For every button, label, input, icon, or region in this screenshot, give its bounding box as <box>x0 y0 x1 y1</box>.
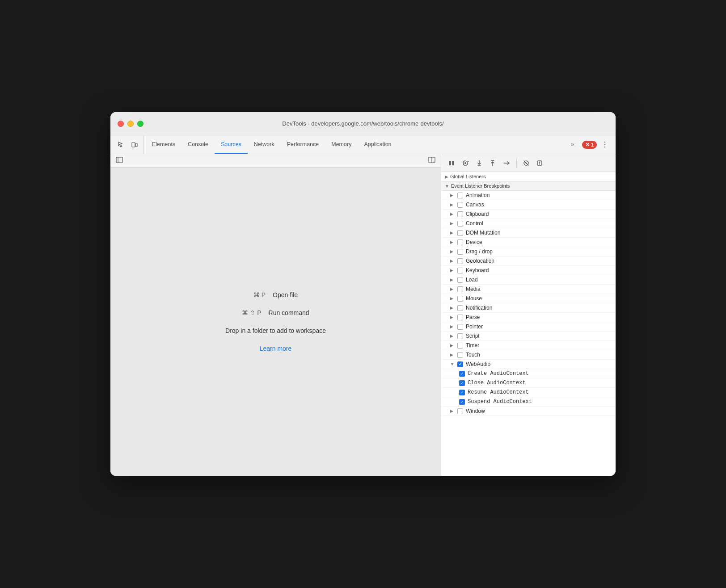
step-button[interactable] <box>500 158 513 168</box>
devtools-menu-button[interactable]: ⋮ <box>599 139 611 151</box>
maximize-button[interactable] <box>137 121 144 127</box>
svg-rect-7 <box>452 161 454 165</box>
bp-mouse[interactable]: ▶ Mouse <box>441 294 616 303</box>
bp-webaudio-label: WebAudio <box>466 361 490 367</box>
toggle-sidebar-button[interactable] <box>114 156 125 165</box>
svg-point-8 <box>464 162 466 164</box>
tab-memory[interactable]: Memory <box>325 135 358 154</box>
bp-timer-label: Timer <box>466 342 479 349</box>
bp-drag-drop-checkbox[interactable] <box>457 249 463 255</box>
bp-geolocation[interactable]: ▶ Geolocation <box>441 256 616 266</box>
bp-create-audiocontext-checkbox[interactable] <box>459 371 465 377</box>
pause-resume-button[interactable] <box>446 158 457 168</box>
bp-pointer[interactable]: ▶ Pointer <box>441 322 616 332</box>
tab-elements[interactable]: Elements <box>146 135 182 154</box>
bp-suspend-audiocontext-checkbox[interactable] <box>459 399 465 405</box>
bp-media-label: Media <box>466 286 481 292</box>
device-toolbar-button[interactable] <box>129 139 140 150</box>
bp-webaudio[interactable]: ▼ WebAudio <box>441 360 616 369</box>
bp-control[interactable]: ▶ Control <box>441 219 616 228</box>
global-listeners-section[interactable]: ▶ Global Listeners <box>441 172 616 181</box>
error-badge[interactable]: ✕ 1 <box>582 141 597 149</box>
sources-content: ⌘ P Open file ⌘ ⇧ P Run command Drop in … <box>110 168 441 476</box>
bp-media-checkbox[interactable] <box>457 286 463 292</box>
bp-dom-mutation-checkbox[interactable] <box>457 230 463 236</box>
bp-notification-label: Notification <box>466 305 492 311</box>
tab-console[interactable]: Console <box>182 135 215 154</box>
tab-application[interactable]: Application <box>358 135 397 154</box>
pause-on-exceptions-button[interactable] <box>534 158 545 168</box>
bp-clipboard-label: Clipboard <box>466 211 489 217</box>
svg-rect-2 <box>116 157 122 163</box>
bp-script[interactable]: ▶ Script <box>441 332 616 341</box>
bp-close-audiocontext-checkbox[interactable] <box>459 380 465 386</box>
bp-animation[interactable]: ▶ Animation <box>441 191 616 200</box>
bp-close-audiocontext[interactable]: Close AudioContext <box>441 378 616 388</box>
bp-load[interactable]: ▶ Load <box>441 275 616 285</box>
titlebar: DevTools - developers.google.com/web/too… <box>110 112 616 135</box>
bp-create-audiocontext[interactable]: Create AudioContext <box>441 369 616 378</box>
inspect-element-button[interactable] <box>116 139 127 150</box>
step-out-button[interactable] <box>487 158 498 168</box>
event-listener-breakpoints-section[interactable]: ▼ Event Listener Breakpoints <box>441 181 616 191</box>
main-layout: ⌘ P Open file ⌘ ⇧ P Run command Drop in … <box>110 154 616 476</box>
more-tabs-button[interactable]: » <box>565 141 580 148</box>
bp-pointer-label: Pointer <box>466 323 483 330</box>
tab-sources[interactable]: Sources <box>215 135 248 154</box>
traffic-lights <box>118 121 144 127</box>
bp-notification[interactable]: ▶ Notification <box>441 303 616 313</box>
bp-animation-checkbox[interactable] <box>457 193 463 198</box>
split-editor-button[interactable] <box>426 156 437 165</box>
bp-suspend-audiocontext[interactable]: Suspend AudioContext <box>441 397 616 407</box>
bp-webaudio-checkbox[interactable] <box>457 361 463 367</box>
bp-close-audiocontext-label: Close AudioContext <box>468 380 526 386</box>
bp-dom-mutation[interactable]: ▶ DOM Mutation <box>441 228 616 238</box>
bp-parse-label: Parse <box>466 314 480 320</box>
svg-point-18 <box>539 164 540 165</box>
bp-window-label: Window <box>466 408 485 414</box>
close-button[interactable] <box>118 121 124 127</box>
deactivate-breakpoints-button[interactable] <box>520 158 532 168</box>
bp-notification-checkbox[interactable] <box>457 305 463 311</box>
bp-parse-checkbox[interactable] <box>457 315 463 320</box>
bp-keyboard-checkbox[interactable] <box>457 268 463 273</box>
bp-device-checkbox[interactable] <box>457 239 463 245</box>
global-listeners-label: Global Listeners <box>450 174 486 179</box>
learn-more-link[interactable]: Learn more <box>260 345 292 352</box>
bp-drag-drop-label: Drag / drop <box>466 248 493 255</box>
tab-network[interactable]: Network <box>248 135 281 154</box>
bp-control-label: Control <box>466 220 483 227</box>
bp-load-checkbox[interactable] <box>457 277 463 283</box>
event-listener-arrow: ▼ <box>445 184 449 189</box>
bp-canvas-checkbox[interactable] <box>457 202 463 208</box>
bp-script-checkbox[interactable] <box>457 333 463 339</box>
bp-device[interactable]: ▶ Device <box>441 238 616 247</box>
bp-mouse-label: Mouse <box>466 295 482 302</box>
bp-keyboard-label: Keyboard <box>466 267 489 273</box>
bp-window-checkbox[interactable] <box>457 408 463 414</box>
bp-timer[interactable]: ▶ Timer <box>441 341 616 350</box>
bp-touch[interactable]: ▶ Touch <box>441 350 616 360</box>
bp-resume-audiocontext[interactable]: Resume AudioContext <box>441 388 616 397</box>
bp-parse[interactable]: ▶ Parse <box>441 313 616 322</box>
bp-script-label: Script <box>466 333 480 339</box>
bp-mouse-checkbox[interactable] <box>457 296 463 302</box>
bp-window[interactable]: ▶ Window <box>441 407 616 416</box>
bp-clipboard-checkbox[interactable] <box>457 211 463 217</box>
tab-performance[interactable]: Performance <box>281 135 325 154</box>
step-into-button[interactable] <box>473 158 485 168</box>
step-over-button[interactable] <box>459 158 472 168</box>
bp-control-checkbox[interactable] <box>457 221 463 227</box>
bp-keyboard[interactable]: ▶ Keyboard <box>441 266 616 275</box>
debugger-toolbar <box>441 154 616 172</box>
bp-canvas[interactable]: ▶ Canvas <box>441 200 616 210</box>
bp-geolocation-checkbox[interactable] <box>457 258 463 264</box>
bp-drag-drop[interactable]: ▶ Drag / drop <box>441 247 616 256</box>
bp-resume-audiocontext-checkbox[interactable] <box>459 390 465 395</box>
bp-touch-checkbox[interactable] <box>457 352 463 358</box>
bp-media[interactable]: ▶ Media <box>441 285 616 294</box>
bp-timer-checkbox[interactable] <box>457 343 463 349</box>
bp-clipboard[interactable]: ▶ Clipboard <box>441 210 616 219</box>
bp-pointer-checkbox[interactable] <box>457 324 463 330</box>
minimize-button[interactable] <box>127 121 134 127</box>
